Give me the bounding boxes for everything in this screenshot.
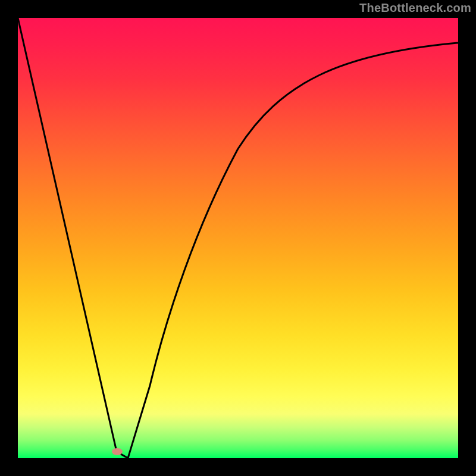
attribution-label: TheBottleneck.com: [359, 1, 471, 15]
plot-area: [18, 18, 458, 458]
curve-svg: [18, 18, 458, 458]
optimum-marker: [112, 448, 123, 455]
bottleneck-curve: [18, 18, 458, 458]
chart-container: TheBottleneck.com: [0, 0, 476, 476]
